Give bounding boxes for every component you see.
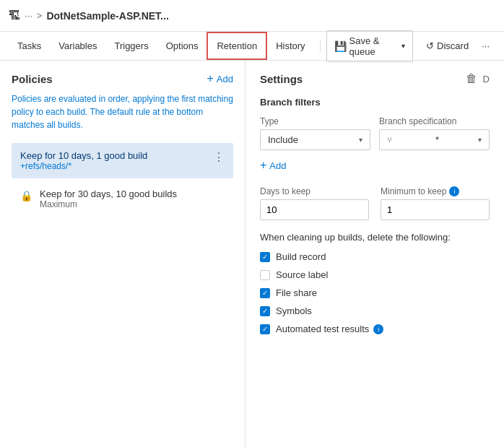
type-select-value: Include [268, 134, 298, 145]
type-select[interactable]: Include ▾ [260, 129, 370, 150]
policies-header: Policies + Add [12, 72, 233, 85]
delete-when-label: When cleaning up builds, delete the foll… [260, 232, 490, 243]
filter-row: Type Include ▾ Branch specification ⑂ * … [260, 116, 490, 150]
policies-panel: Policies + Add Policies are evaluated in… [0, 61, 246, 447]
breadcrumb-sep: > [37, 10, 43, 21]
policy-description: Policies are evaluated in order, applyin… [12, 92, 233, 131]
settings-header: Settings 🗑 D [260, 72, 490, 85]
symbols-checkbox[interactable] [260, 306, 270, 316]
symbols-label[interactable]: Symbols [276, 305, 312, 316]
policy-item-locked: 🔒 Keep for 30 days, 10 good builds Maxim… [12, 181, 233, 217]
policy-item-1-subtitle: +refs/heads/* [20, 161, 213, 171]
settings-panel: Settings 🗑 D Branch filters Type Include… [246, 61, 504, 447]
checkbox-symbols: Symbols [260, 305, 490, 316]
policy-item-1-menu[interactable]: ⋮ [213, 150, 225, 164]
nav-bar: Tasks Variables Triggers Options Retenti… [0, 32, 504, 61]
checkbox-source-label: Source label [260, 269, 490, 280]
branch-filters-title: Branch filters [260, 97, 490, 108]
automated-test-label[interactable]: Automated test results [276, 324, 369, 334]
type-col: Type Include ▾ [260, 116, 370, 150]
tab-variables[interactable]: Variables [50, 33, 105, 58]
tab-tasks[interactable]: Tasks [9, 33, 50, 58]
minimum-input[interactable] [381, 199, 490, 220]
tab-history[interactable]: History [267, 33, 313, 58]
minimum-info-icon[interactable]: i [449, 186, 459, 196]
minimum-col: Minimum to keep i [381, 186, 490, 220]
branch-col: Branch specification ⑂ * ▾ [379, 116, 490, 150]
branch-select[interactable]: ⑂ * ▾ [379, 129, 490, 150]
automated-test-info-icon[interactable]: i [373, 324, 383, 334]
breadcrumb-dots[interactable]: ··· [25, 10, 32, 21]
settings-title: Settings [260, 73, 303, 85]
tab-options[interactable]: Options [157, 33, 207, 58]
main-content: Policies + Add Policies are evaluated in… [0, 61, 504, 447]
keep-fields-row: Days to keep Minimum to keep i [260, 186, 490, 220]
lock-icon: 🔒 [20, 190, 32, 201]
checkbox-build-record: Build record [260, 251, 490, 262]
file-share-label[interactable]: File share [276, 287, 317, 298]
policy-locked-subtitle: Maximum [40, 199, 177, 209]
top-bar: 🏗 ··· > DotNetSample-ASP.NET... Tasks Va… [0, 0, 504, 61]
type-label: Type [260, 116, 370, 126]
build-record-label[interactable]: Build record [276, 251, 326, 262]
add-policy-label: Add [217, 74, 233, 84]
days-label: Days to keep [260, 186, 369, 196]
add-filter-icon: + [260, 159, 266, 172]
policies-title: Policies [12, 73, 53, 85]
add-filter-label: Add [269, 160, 286, 171]
automated-test-checkbox[interactable] [260, 324, 270, 334]
policy-item-1[interactable]: Keep for 10 days, 1 good build +refs/hea… [12, 143, 233, 178]
policy-locked-title: Keep for 30 days, 10 good builds [40, 188, 177, 199]
source-label-text[interactable]: Source label [276, 269, 328, 280]
build-icon: 🏗 [9, 9, 20, 22]
nav-actions: 💾 Save & queue ▾ ↺ Discard ··· [326, 30, 495, 62]
settings-actions: 🗑 D [466, 72, 490, 85]
branch-select-arrow: ▾ [478, 136, 482, 144]
policy-item-1-content: Keep for 10 days, 1 good build +refs/hea… [20, 150, 213, 171]
type-select-arrow: ▾ [359, 136, 362, 144]
file-share-checkbox[interactable] [260, 288, 270, 298]
discard-label: Discard [437, 40, 469, 51]
policy-item-locked-content: Keep for 30 days, 10 good builds Maximum [40, 188, 177, 209]
page-title: DotNetSample-ASP.NET... [46, 10, 168, 22]
tab-triggers[interactable]: Triggers [105, 33, 157, 58]
branch-icon: ⑂ [387, 135, 392, 145]
settings-more-icon[interactable]: D [483, 74, 490, 84]
save-queue-label: Save & queue [349, 35, 399, 57]
days-input[interactable] [260, 199, 369, 220]
policy-item-1-title: Keep for 10 days, 1 good build [20, 150, 213, 161]
checkbox-file-share: File share [260, 287, 490, 298]
discard-button[interactable]: ↺ Discard [419, 36, 476, 56]
nav-divider [320, 39, 321, 53]
discard-icon: ↺ [426, 40, 434, 51]
branch-label: Branch specification [379, 116, 490, 126]
build-record-checkbox[interactable] [260, 252, 270, 262]
add-policy-icon: + [207, 72, 214, 85]
branch-select-value: * [435, 134, 439, 145]
add-policy-button[interactable]: + Add [207, 72, 233, 85]
days-col: Days to keep [260, 186, 369, 220]
nav-more-button[interactable]: ··· [476, 36, 495, 56]
delete-settings-icon[interactable]: 🗑 [466, 72, 477, 85]
source-label-checkbox[interactable] [260, 270, 270, 280]
save-icon: 💾 [334, 40, 347, 52]
minimum-label: Minimum to keep i [381, 186, 490, 196]
checkbox-automated-test: Automated test results i [260, 324, 490, 334]
save-queue-button[interactable]: 💾 Save & queue ▾ [326, 30, 414, 62]
add-filter-button[interactable]: + Add [260, 159, 490, 172]
save-dropdown-icon[interactable]: ▾ [401, 42, 405, 50]
tab-retention[interactable]: Retention [207, 32, 267, 60]
